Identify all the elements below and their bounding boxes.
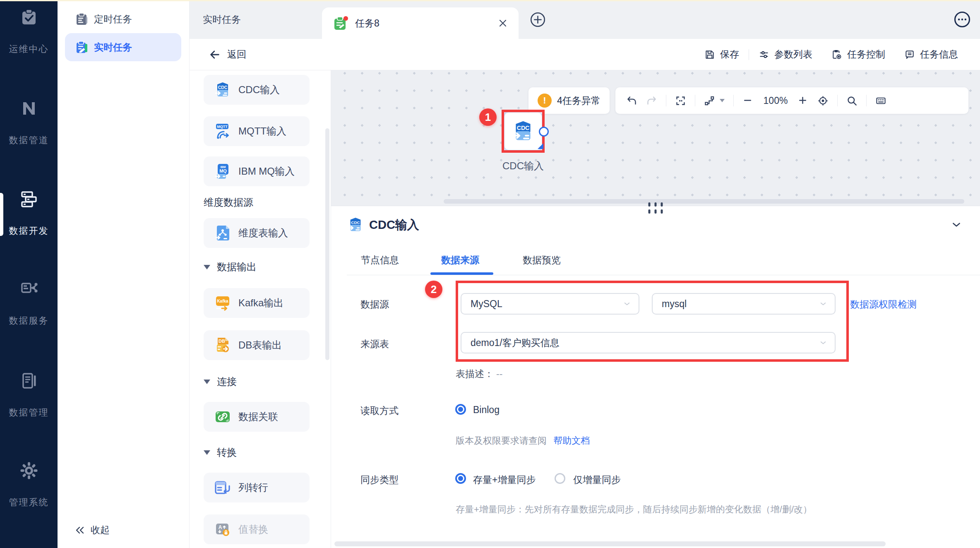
palette-section-transform[interactable]: 转换 [204,445,237,459]
palette-item-dimension-table-input[interactable]: 维度表输入 [204,218,310,248]
palette-scrollbar[interactable] [325,128,329,360]
chevron-down-icon [623,300,631,308]
binlog-radio[interactable] [455,404,466,415]
select-value: MySQL [471,298,502,310]
table-desc-label: 表描述： [456,368,494,379]
connector-dropdown-caret[interactable] [720,99,725,102]
col-to-row-icon [214,479,231,496]
sidebar-item-label: 管理系统 [9,496,49,509]
sidebar-item-data-pipeline[interactable]: 数据管道 [0,99,58,147]
data-mgmt-icon [20,372,38,390]
fit-view-icon[interactable] [675,95,686,106]
doc-note: 版本及权限要求请查阅 帮助文档 [456,435,590,447]
datasource-name-select[interactable]: mysql [652,293,836,315]
toolbar-actions: 保存 参数列表 任务控制 [695,48,968,61]
node-output-port[interactable] [539,127,549,137]
palette-item-data-join[interactable]: 数据关联 [204,402,310,432]
panel-horizontal-scrollbar[interactable] [334,541,886,546]
svg-text:MQTT: MQTT [217,125,228,129]
select-value: demo1/客户购买信息 [471,336,560,349]
palette-item-col-to-row[interactable]: 列转行 [204,473,310,502]
menu-item-scheduled-tasks[interactable]: 定时任务 [75,10,132,28]
redo-icon[interactable] [646,95,657,106]
task-tab-icon [333,15,348,31]
permission-check-link[interactable]: 数据源权限检测 [850,298,917,311]
ibmmq-input-icon: IBMMQ [214,163,231,180]
top-strip [0,0,980,1]
zoom-in-icon[interactable] [797,95,809,106]
back-label: 返回 [227,48,246,61]
panel-tab-node-info[interactable]: 节点信息 [361,254,399,267]
data-service-icon [20,280,38,298]
kafka-output-icon: Kafka [214,295,231,311]
annotation-step-badge: 2 [425,281,442,298]
table-description: 表描述：-- [456,368,502,380]
palette-item-cdc-input[interactable]: CDC CDC输入 [204,75,310,105]
palette-item-kafka-output[interactable]: Kafka Kafka输出 [204,288,310,318]
section-collapse-icon [204,450,210,455]
binlog-radio-label[interactable]: Binlog [473,404,500,416]
full-incremental-radio[interactable] [455,473,466,484]
palette-section-dimension-source[interactable]: 维度数据源 [204,195,253,209]
cdc-input-icon: CDC [214,82,231,98]
palette-section-label: 维度数据源 [204,196,253,209]
sidebar-item-ops-center[interactable]: 运维中心 [0,8,58,55]
editor-tabbar: 实时任务 任务8 [190,0,980,39]
incremental-only-radio[interactable] [555,473,565,484]
sidebar-item-label: 数据开发 [9,225,49,237]
params-list-button[interactable]: 参数列表 [749,48,822,61]
node-config-panel: CDC CDC输入 节点信息 数据来源 数据预览 数据源 2 MySQL [331,206,980,548]
panel-tab-data-source[interactable]: 数据来源 [441,254,479,267]
realtime-task-icon [75,40,89,54]
palette-item-label: CDC输入 [238,83,280,96]
palette-item-db-output[interactable]: DB DB表输出 [204,330,310,360]
tabs-divider [347,275,980,275]
more-options-icon[interactable] [954,11,971,28]
collapse-panel-icon[interactable] [951,219,962,230]
sidebar-item-admin[interactable]: 管理系统 [0,461,58,509]
palette-item-label: MQTT输入 [238,125,286,138]
palette-item-ibmmq-input[interactable]: IBMMQ IBM MQ输入 [204,156,310,186]
datasource-type-select[interactable]: MySQL [461,293,639,315]
sidebar-item-data-dev[interactable]: 数据开发 [0,190,58,237]
svg-text:CDC: CDC [351,220,360,225]
mqtt-input-icon: MQTT [214,123,231,139]
palette-section-data-output[interactable]: 数据输出 [204,260,257,274]
keyboard-shortcuts-icon[interactable] [875,95,886,106]
palette-item-value-replace[interactable]: A 值替换 [204,514,310,544]
incremental-only-radio-label[interactable]: 仅增量同步 [573,473,621,486]
flow-canvas[interactable]: ! 4任务异常 [331,70,980,206]
save-button[interactable]: 保存 [695,48,749,61]
collapse-menu-button[interactable]: 收起 [75,524,110,536]
back-button[interactable]: 返回 [209,48,246,61]
zoom-out-icon[interactable] [742,95,754,106]
help-doc-link[interactable]: 帮助文档 [553,435,590,446]
task-info-button[interactable]: 任务信息 [895,48,968,61]
sidebar-item-data-service[interactable]: 数据服务 [0,280,58,327]
source-table-select[interactable]: demo1/客户购买信息 [461,332,836,353]
full-incremental-radio-label[interactable]: 存量+增量同步 [473,473,536,486]
locate-icon[interactable] [817,95,829,106]
menu-item-realtime-tasks[interactable]: 实时任务 [65,33,181,61]
task-info-icon [904,49,915,60]
tab-task8[interactable]: 任务8 [322,7,519,39]
panel-tab-data-preview[interactable]: 数据预览 [523,254,561,267]
main-area: 实时任务 任务8 [190,0,980,548]
canvas-horizontal-scrollbar[interactable] [444,199,964,204]
palette-section-join[interactable]: 连接 [204,375,237,389]
task-control-button[interactable]: 任务控制 [822,48,895,61]
connector-style-icon[interactable] [704,95,715,106]
sidebar-item-data-mgmt[interactable]: 数据管理 [0,372,58,419]
tab-realtime-tasks[interactable]: 实时任务 [197,0,247,39]
tab-label: 实时任务 [203,13,241,26]
panel-resize-handle[interactable] [649,202,663,214]
palette-item-mqtt-input[interactable]: MQTT MQTT输入 [204,116,310,146]
collapse-label: 收起 [91,524,110,536]
data-join-icon [214,409,231,425]
search-icon[interactable] [846,95,858,106]
close-tab-icon[interactable] [498,18,508,28]
add-tab-button[interactable] [530,12,546,28]
svg-text:IBM: IBM [221,166,226,168]
palette-item-label: 维度表输入 [238,226,288,240]
undo-icon[interactable] [626,95,637,106]
